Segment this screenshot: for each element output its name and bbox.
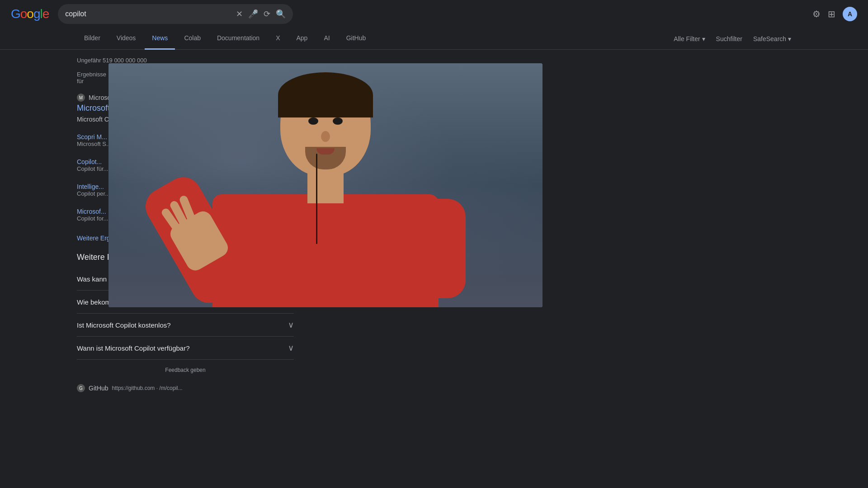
chevron-down-icon-3: ∨ xyxy=(288,320,294,330)
main-content: Ungefähr 519 000 000 000 Ergebnissefür M… xyxy=(0,50,868,488)
person-eye-right xyxy=(333,117,343,125)
header-right: ⚙ ⊞ A xyxy=(812,7,857,21)
tab-news[interactable]: News xyxy=(145,28,175,50)
person-right-arm xyxy=(411,199,466,298)
mic-icon[interactable]: 🎤 xyxy=(248,9,258,19)
lens-icon[interactable]: ⟳ xyxy=(264,9,270,19)
person-eye-left xyxy=(308,117,318,125)
suchfilter-button[interactable]: Suchfilter xyxy=(716,35,742,42)
github-favicon: G xyxy=(77,384,85,392)
clear-icon[interactable]: ✕ xyxy=(236,9,243,19)
tab-videos[interactable]: Videos xyxy=(109,28,143,50)
frage-item-4[interactable]: Wann ist Microsoft Copilot verfügbar? ∨ xyxy=(77,337,294,360)
feedback-text[interactable]: Feedback geben xyxy=(77,367,294,373)
github-source: G GitHub https://github.com · /m/copil..… xyxy=(77,384,294,392)
tab-ai[interactable]: AI xyxy=(316,28,337,50)
github-url: https://github.com · /m/copil... xyxy=(112,385,183,391)
frage-text-4: Wann ist Microsoft Copilot verfügbar? xyxy=(77,344,190,352)
person-hair xyxy=(278,72,373,117)
frage-text-3: Ist Microsoft Copilot kostenlos? xyxy=(77,321,171,329)
tab-documentation[interactable]: Documentation xyxy=(210,28,267,50)
earphone-cable xyxy=(316,154,317,244)
search-input[interactable]: copilot xyxy=(65,10,231,18)
safesearch-button[interactable]: SafeSearch ▾ xyxy=(753,35,791,42)
person-figure xyxy=(167,63,484,307)
person-body xyxy=(212,194,439,307)
person-head xyxy=(280,72,371,176)
results-count: Ungefähr 519 000 000 000 xyxy=(77,57,294,64)
avatar[interactable]: A xyxy=(843,7,857,21)
video-overlay[interactable] xyxy=(108,63,542,307)
settings-icon[interactable]: ⚙ xyxy=(812,9,821,19)
github-source-name: GitHub xyxy=(89,385,108,392)
google-logo[interactable]: Google xyxy=(11,7,49,21)
tab-bilder[interactable]: Bilder xyxy=(77,28,108,50)
person-nose xyxy=(321,131,330,142)
nav-tabs: Bilder Videos News Colab Documentation X… xyxy=(0,28,868,50)
header: Google copilot ✕ 🎤 ⟳ 🔍 ⚙ ⊞ A xyxy=(0,0,868,28)
result-favicon: M xyxy=(77,94,85,102)
chevron-down-icon-4: ∨ xyxy=(288,343,294,353)
alle-filter-button[interactable]: Alle Filter ▾ xyxy=(674,35,705,42)
tab-x[interactable]: X xyxy=(269,28,287,50)
tab-github[interactable]: GitHub xyxy=(339,28,373,50)
search-bar[interactable]: copilot ✕ 🎤 ⟳ 🔍 xyxy=(58,4,293,24)
video-content xyxy=(108,63,542,307)
github-result: G GitHub https://github.com · /m/copil..… xyxy=(77,384,294,392)
frage-item-3[interactable]: Ist Microsoft Copilot kostenlos? ∨ xyxy=(77,314,294,337)
search-submit-icon[interactable]: 🔍 xyxy=(276,9,286,19)
apps-icon[interactable]: ⊞ xyxy=(828,9,835,19)
nav-right: Alle Filter ▾ Suchfilter SafeSearch ▾ xyxy=(674,35,791,42)
tab-colab[interactable]: Colab xyxy=(177,28,208,50)
tab-app[interactable]: App xyxy=(289,28,315,50)
